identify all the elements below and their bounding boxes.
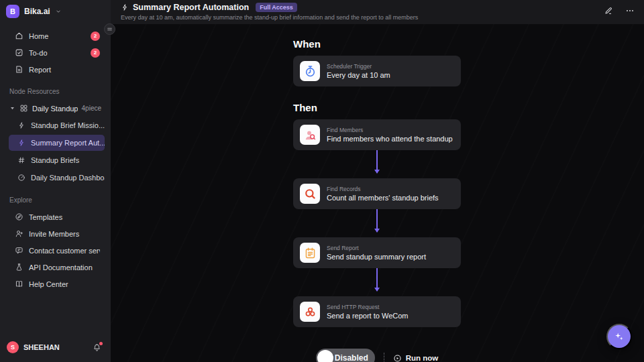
sidebar-nav: Home 2 To-do 2 Report bbox=[0, 22, 111, 78]
user-menu[interactable]: S SHEEHAN bbox=[0, 341, 111, 362]
run-now-label: Run now bbox=[406, 354, 439, 362]
card-description: Count all members' standup briefs bbox=[327, 194, 439, 202]
sidebar-item-label: Report bbox=[29, 66, 100, 74]
tree-item-label: Standup Briefs bbox=[31, 156, 79, 164]
book-icon bbox=[15, 280, 23, 288]
wecom-icon bbox=[300, 302, 320, 322]
app-root: B Bika.ai Home 2 To-do 2 Report Node Res… bbox=[0, 0, 644, 362]
sidebar-item-help-center[interactable]: Help Center bbox=[0, 276, 111, 292]
notepad-icon bbox=[300, 243, 320, 263]
tree-item-standup-brief-mission[interactable]: Standup Brief Missio... bbox=[9, 117, 105, 133]
avatar: S bbox=[7, 341, 19, 353]
api-icon bbox=[15, 263, 23, 272]
sidebar-item-label: Invite Members bbox=[29, 230, 100, 238]
templates-icon bbox=[15, 213, 23, 221]
sparkle-icon bbox=[613, 330, 625, 343]
sidebar-collapse-button[interactable] bbox=[104, 23, 115, 35]
sidebar-item-templates[interactable]: Templates bbox=[0, 208, 111, 225]
action-card-find-records[interactable]: Find Records Count all members' standup … bbox=[293, 178, 461, 209]
sidebar-item-label: API Documentation bbox=[29, 263, 100, 272]
workspace-logo: B bbox=[6, 5, 19, 18]
section-explore: Explore bbox=[0, 186, 111, 208]
play-circle-icon bbox=[393, 354, 402, 362]
card-description: Send a report to WeCom bbox=[327, 312, 408, 320]
sidebar: B Bika.ai Home 2 To-do 2 Report Node Res… bbox=[0, 0, 111, 362]
trigger-card-scheduler[interactable]: Scheduler Trigger Every day at 10 am bbox=[293, 56, 461, 86]
flow-connector-arrow bbox=[376, 150, 378, 173]
bolt-icon bbox=[17, 121, 25, 129]
tree-item-summary-report-automation[interactable]: Summary Report Aut... bbox=[9, 135, 105, 151]
card-type-label: Send Report bbox=[327, 245, 426, 251]
notification-badge: 2 bbox=[91, 48, 100, 58]
card-description: Find members who attend the standup bbox=[327, 135, 453, 143]
tree-item-daily-standup-dashboard[interactable]: Daily Standup Dashboard bbox=[9, 170, 105, 186]
enabled-toggle[interactable]: Disabled bbox=[316, 349, 375, 362]
header-title-block: Summary Report Automation Full Access Ev… bbox=[121, 3, 418, 21]
magnifier-icon bbox=[300, 184, 320, 204]
report-icon bbox=[15, 65, 23, 74]
flow-connector-arrow bbox=[376, 268, 378, 291]
action-card-send-http-request[interactable]: Send HTTP Request Send a report to WeCom bbox=[293, 296, 461, 327]
member-search-icon bbox=[300, 125, 320, 145]
tree-item-label: Standup Brief Missio... bbox=[31, 121, 105, 129]
access-badge: Full Access bbox=[256, 3, 297, 12]
notification-badge: 2 bbox=[91, 32, 100, 41]
sidebar-item-api-documentation[interactable]: API Documentation bbox=[0, 259, 111, 276]
sidebar-item-label: Contact customer servi... bbox=[29, 247, 100, 255]
tree-item-count: 4piece bbox=[82, 105, 101, 112]
sidebar-item-home[interactable]: Home 2 bbox=[0, 27, 111, 44]
run-now-button[interactable]: Run now bbox=[393, 354, 439, 362]
workflow-column: When Scheduler Trigger Every day at 10 a… bbox=[293, 24, 461, 362]
header: Summary Report Automation Full Access Ev… bbox=[111, 0, 644, 24]
then-heading: Then bbox=[293, 102, 461, 114]
action-card-send-report[interactable]: Send Report Send standup summary report bbox=[293, 237, 461, 268]
tree-item-label: Daily Standup bbox=[32, 105, 78, 113]
chevron-down-icon bbox=[55, 8, 62, 15]
automation-controls: Disabled Run now bbox=[293, 349, 461, 362]
stopwatch-icon bbox=[300, 61, 320, 81]
card-description: Every day at 10 am bbox=[327, 71, 390, 79]
more-options-icon[interactable] bbox=[625, 6, 635, 15]
tree-item-label: Summary Report Aut... bbox=[31, 139, 105, 147]
automation-canvas: When Scheduler Trigger Every day at 10 a… bbox=[111, 24, 644, 362]
page-title: Summary Report Automation bbox=[133, 3, 249, 12]
caret-down-icon[interactable] bbox=[9, 105, 15, 111]
hash-icon bbox=[17, 156, 25, 164]
action-card-find-members[interactable]: Find Members Find members who attend the… bbox=[293, 119, 461, 150]
sidebar-item-report[interactable]: Report bbox=[0, 61, 111, 78]
bolt-icon bbox=[121, 3, 129, 11]
todo-icon bbox=[15, 48, 23, 57]
chat-icon bbox=[15, 246, 23, 255]
home-icon bbox=[15, 32, 23, 40]
toggle-knob bbox=[317, 350, 333, 362]
sidebar-item-label: Templates bbox=[29, 213, 100, 221]
app-name: Bika.ai bbox=[24, 7, 50, 16]
workspace-switcher[interactable]: B Bika.ai bbox=[0, 0, 111, 22]
card-type-label: Send HTTP Request bbox=[327, 304, 408, 310]
card-type-label: Scheduler Trigger bbox=[327, 63, 390, 70]
page-subtitle: Every day at 10 am, automatically summar… bbox=[121, 14, 418, 21]
sidebar-spacer bbox=[0, 292, 111, 341]
sidebar-item-label: To-do bbox=[29, 49, 85, 57]
tree-item-label: Daily Standup Dashboard bbox=[31, 174, 105, 182]
card-type-label: Find Members bbox=[327, 127, 453, 133]
tree-item-daily-standup[interactable]: Daily Standup 4piece bbox=[0, 100, 111, 117]
header-actions bbox=[604, 3, 635, 15]
sidebar-item-label: Help Center bbox=[29, 280, 100, 288]
ai-assistant-button[interactable] bbox=[606, 324, 632, 349]
section-node-resources: Node Resources bbox=[0, 78, 111, 100]
invite-icon bbox=[15, 229, 23, 238]
bell-icon[interactable] bbox=[93, 343, 101, 352]
user-name: SHEEHAN bbox=[23, 343, 88, 351]
sidebar-item-invite-members[interactable]: Invite Members bbox=[0, 225, 111, 242]
bolt-icon bbox=[17, 139, 25, 147]
tree-item-standup-briefs[interactable]: Standup Briefs bbox=[9, 152, 105, 168]
card-description: Send standup summary report bbox=[327, 253, 426, 261]
sidebar-item-contact-support[interactable]: Contact customer servi... bbox=[0, 242, 111, 259]
gauge-icon bbox=[17, 174, 25, 182]
flow-connector-arrow bbox=[376, 209, 378, 232]
card-type-label: Find Records bbox=[327, 186, 439, 192]
sidebar-item-todo[interactable]: To-do 2 bbox=[0, 44, 111, 61]
notification-dot bbox=[99, 342, 103, 345]
edit-icon[interactable] bbox=[604, 6, 613, 15]
